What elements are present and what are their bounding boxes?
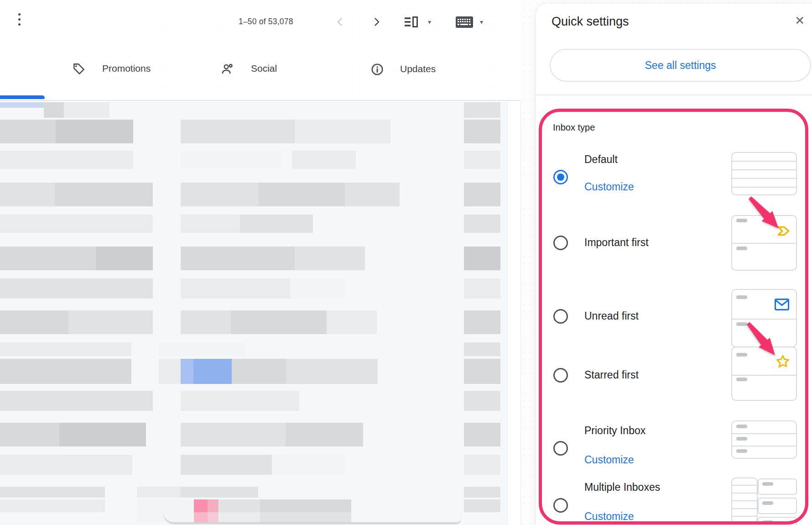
redacted-block (64, 102, 109, 118)
active-tab-indicator (0, 95, 45, 99)
redacted-block (286, 423, 363, 446)
see-all-settings-button[interactable]: See all settings (550, 49, 811, 82)
option-label-unread-first[interactable]: Unread first (584, 310, 639, 322)
redacted-block (181, 183, 258, 206)
radio-starred-first[interactable] (553, 368, 568, 383)
importance-marker-icon (777, 225, 791, 237)
redacted-block (464, 499, 500, 512)
envelope-icon (774, 298, 790, 311)
tab-promotions[interactable]: Promotions (102, 63, 151, 74)
redacted-block (219, 499, 260, 512)
tab-social[interactable]: Social (251, 63, 277, 74)
redacted-block (327, 310, 377, 334)
redacted-block (181, 487, 258, 498)
option-label-multiple-inboxes[interactable]: Multiple Inboxes (584, 481, 660, 493)
redacted-block (464, 247, 500, 270)
redacted-block (181, 151, 281, 169)
redacted-block (295, 120, 390, 143)
redacted-block (232, 359, 286, 384)
redacted-block (464, 215, 500, 233)
chevron-left-icon (335, 16, 346, 27)
see-all-settings-label: See all settings (645, 59, 716, 72)
redacted-block (193, 359, 232, 384)
redacted-block (295, 247, 365, 270)
redacted-block (0, 278, 153, 299)
updates-info-icon[interactable] (370, 63, 384, 78)
pagination-count[interactable]: 1–50 of 53,078 (239, 17, 293, 26)
thumb-unread-first (731, 289, 797, 347)
gmail-quick-settings-screen: 1–50 of 53,078 ▾ (0, 0, 812, 525)
redacted-block (464, 455, 500, 475)
radio-multiple-inboxes[interactable] (553, 498, 568, 513)
redacted-block (181, 391, 299, 411)
split-pane-caret-icon[interactable]: ▾ (428, 18, 431, 26)
redacted-block (181, 278, 290, 299)
tab-updates[interactable]: Updates (400, 63, 436, 74)
redacted-block (260, 499, 351, 512)
redacted-block (56, 120, 133, 143)
redacted-block (0, 151, 133, 169)
redacted-block (464, 183, 500, 206)
split-pane-icon (403, 16, 419, 28)
thumb-multiple-inboxes-left-table (731, 478, 758, 523)
customize-link-multiple-inboxes[interactable]: Customize (584, 510, 634, 523)
redacted-block (464, 310, 500, 334)
thumb-default (731, 152, 797, 195)
split-pane-button[interactable] (403, 16, 419, 30)
redacted-block (181, 247, 295, 270)
redacted-block (137, 499, 193, 512)
redacted-block (59, 423, 146, 446)
promotions-tag-icon[interactable] (72, 62, 86, 78)
keyboard-icon (455, 16, 474, 28)
redacted-block (0, 499, 105, 512)
radio-priority-inbox[interactable] (553, 441, 568, 456)
older-page-button[interactable] (371, 16, 382, 27)
redacted-block (181, 455, 272, 475)
panel-title: Quick settings (552, 15, 629, 29)
list-bottom-edge (163, 512, 461, 524)
redacted-block (0, 342, 131, 356)
redacted-block (159, 342, 245, 356)
redacted-block (181, 215, 240, 233)
option-label-important-first[interactable]: Important first (584, 236, 649, 249)
option-label-default[interactable]: Default (584, 153, 618, 166)
redacted-block (0, 487, 105, 498)
star-icon (775, 354, 791, 369)
redacted-block (0, 120, 56, 143)
radio-default[interactable] (553, 170, 568, 184)
list-scrollbar-gutter[interactable] (507, 101, 521, 525)
input-tools-caret-icon[interactable]: ▾ (480, 18, 483, 26)
input-tools-button[interactable] (455, 16, 474, 30)
close-icon[interactable]: ✕ (795, 15, 805, 26)
redacted-block (0, 310, 68, 334)
tabs-divider (0, 100, 521, 101)
redacted-block (464, 423, 500, 446)
redacted-block (0, 102, 44, 108)
redacted-block (208, 499, 219, 512)
option-label-starred-first[interactable]: Starred first (584, 369, 639, 381)
redacted-block (181, 310, 231, 334)
more-options-icon[interactable] (18, 13, 21, 26)
radio-unread-first[interactable] (553, 309, 568, 324)
redacted-block (0, 247, 96, 270)
customize-link-default[interactable]: Customize (584, 181, 634, 193)
newer-page-button[interactable] (335, 16, 346, 27)
customize-link-priority-inbox[interactable]: Customize (584, 454, 634, 466)
social-people-icon[interactable] (220, 62, 234, 78)
redacted-block (181, 120, 295, 143)
option-label-priority-inbox[interactable]: Priority Inbox (584, 425, 645, 437)
radio-important-first[interactable] (553, 236, 568, 250)
redacted-block (464, 120, 500, 143)
redacted-block (0, 391, 153, 411)
redacted-block (44, 102, 64, 118)
redacted-block (345, 183, 400, 206)
redacted-block (159, 359, 181, 384)
redacted-block (464, 359, 500, 384)
panel-header-divider (536, 94, 812, 95)
redacted-block (0, 455, 132, 475)
redacted-block (0, 215, 153, 233)
thumb-multiple-inboxes-box (758, 517, 797, 525)
inbox-type-heading: Inbox type (553, 122, 595, 133)
redacted-block (272, 455, 345, 475)
redacted-block (464, 278, 500, 299)
